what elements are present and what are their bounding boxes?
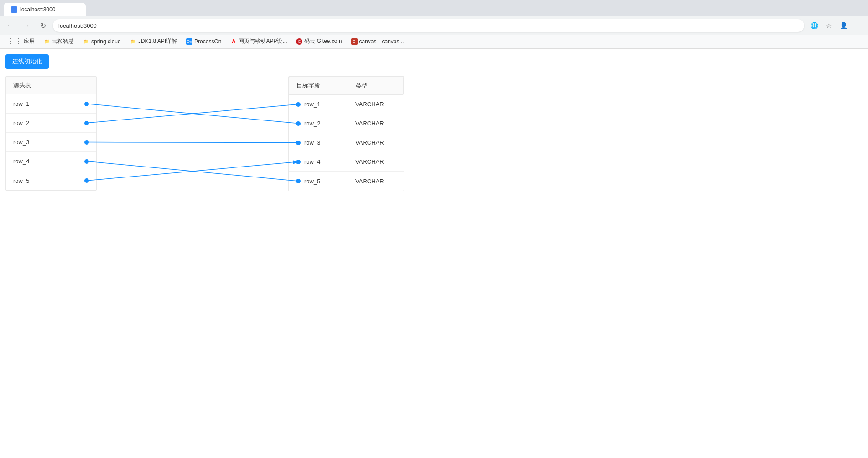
- mapping-area: 源头表 row_1 row_2 row_3 row_4 row_5: [5, 76, 863, 191]
- target-row-4: row_5 VARCHAR: [289, 172, 404, 191]
- browser-actions: 🌐 ☆ 👤 ⋮: [808, 19, 864, 32]
- reload-button[interactable]: ↻: [36, 19, 49, 32]
- source-row-0: row_1: [6, 94, 96, 114]
- target-type-header: 类型: [348, 77, 403, 94]
- target-field-label-1: row_2: [304, 120, 320, 127]
- svg-line-2: [87, 104, 298, 123]
- bookmark-gitee[interactable]: G 码云 Gitee.com: [292, 36, 345, 47]
- address-bar[interactable]: [53, 19, 804, 32]
- folder-icon-yunli: 📁: [44, 38, 50, 45]
- init-button[interactable]: 连线初始化: [5, 54, 49, 69]
- target-field-cell-3: row_4: [289, 152, 348, 171]
- canvas-icon: C: [351, 38, 358, 45]
- target-field-label-3: row_4: [304, 158, 320, 165]
- tab-favicon: [11, 6, 17, 13]
- bookmark-apps[interactable]: ⋮⋮ 应用: [4, 36, 38, 47]
- svg-line-4: [87, 161, 298, 182]
- source-row-label-1: row_2: [13, 120, 29, 126]
- bookmark-processon-label: ProcessOn: [194, 38, 221, 45]
- browser-tab[interactable]: localhost:3000: [4, 3, 86, 16]
- browser-chrome: localhost:3000 ← → ↻ 🌐 ☆ 👤 ⋮ ⋮⋮ 应用 📁 云粒智…: [0, 0, 868, 49]
- target-dot-2[interactable]: [296, 141, 301, 145]
- folder-icon-spring: 📁: [83, 38, 89, 45]
- profile-button[interactable]: 👤: [837, 19, 850, 32]
- target-table-header: 目标字段 类型: [289, 77, 404, 95]
- target-field-cell-1: row_2: [289, 114, 348, 133]
- target-row-1: row_2 VARCHAR: [289, 114, 404, 133]
- target-type-cell-4: VARCHAR: [348, 178, 403, 185]
- browser-toolbar: ← → ↻ 🌐 ☆ 👤 ⋮: [0, 16, 868, 35]
- bookmark-processon[interactable]: On ProcessOn: [182, 37, 225, 46]
- bookmark-springcloud-label: spring cloud: [91, 38, 121, 45]
- source-dot-0[interactable]: [84, 102, 89, 106]
- bookmark-canvas-label: canvas---canvas...: [359, 38, 404, 45]
- source-table: 源头表 row_1 row_2 row_3 row_4 row_5: [5, 76, 97, 191]
- target-field-cell-0: row_1: [289, 95, 348, 114]
- back-button[interactable]: ←: [4, 19, 16, 32]
- bookmark-jdk-label: JDK1.8 API详解: [138, 37, 177, 45]
- bookmark-jdk[interactable]: 📁 JDK1.8 API详解: [126, 36, 181, 47]
- svg-line-1: [87, 104, 298, 124]
- tab-title: localhost:3000: [20, 6, 55, 13]
- target-section: 目标字段 类型 row_1 VARCHAR row_2 VARCHAR: [288, 76, 404, 191]
- target-type-cell-1: VARCHAR: [348, 120, 403, 127]
- source-row-2: row_3: [6, 133, 96, 152]
- folder-icon-jdk: 📁: [130, 38, 136, 45]
- target-field-header: 目标字段: [289, 77, 348, 94]
- source-row-label-4: row_5: [13, 177, 29, 184]
- source-row-label-3: row_4: [13, 158, 29, 165]
- source-table-header: 源头表: [6, 77, 96, 94]
- source-row-label-2: row_3: [13, 139, 29, 146]
- page-content: 连线初始化 源头表 row_1 row_2 row_3 row_4 row_5: [0, 49, 868, 197]
- processon-icon: On: [186, 38, 192, 45]
- source-row-1: row_2: [6, 114, 96, 133]
- source-dot-4[interactable]: [84, 178, 89, 183]
- target-row-2: row_3 VARCHAR: [289, 133, 404, 152]
- target-field-label-4: row_5: [304, 178, 320, 185]
- source-row-4: row_5: [6, 171, 96, 190]
- target-field-label-0: row_1: [304, 101, 320, 108]
- source-dot-3[interactable]: [84, 159, 89, 164]
- target-dot-3[interactable]: [296, 160, 301, 164]
- target-dot-1[interactable]: [296, 121, 301, 126]
- source-dot-1[interactable]: [84, 121, 89, 125]
- menu-button[interactable]: ⋮: [852, 19, 864, 32]
- target-table: 目标字段 类型 row_1 VARCHAR row_2 VARCHAR: [288, 76, 404, 191]
- target-type-cell-3: VARCHAR: [348, 158, 403, 165]
- bookmark-gitee-label: 码云 Gitee.com: [304, 37, 342, 45]
- svg-line-3: [87, 142, 298, 143]
- target-row-3: row_4 VARCHAR: [289, 152, 404, 172]
- gitee-icon: G: [296, 38, 302, 45]
- bookmark-springcloud[interactable]: 📁 spring cloud: [79, 37, 125, 46]
- svg-line-5: [87, 162, 298, 181]
- adobe-icon: A: [230, 38, 237, 45]
- target-field-cell-2: row_3: [289, 133, 348, 152]
- target-dot-4[interactable]: [296, 179, 301, 183]
- bookmark-yunli[interactable]: 📁 云粒智慧: [40, 36, 78, 47]
- source-row-label-0: row_1: [13, 100, 29, 107]
- bookmarks-bar: ⋮⋮ 应用 📁 云粒智慧 📁 spring cloud 📁 JDK1.8 API…: [0, 35, 868, 48]
- browser-tabs: localhost:3000: [0, 0, 868, 16]
- forward-button[interactable]: →: [20, 19, 33, 32]
- bookmark-adobe-label: 网页与移动APP设...: [239, 37, 287, 45]
- target-row-0: row_1 VARCHAR: [289, 95, 404, 114]
- target-type-cell-2: VARCHAR: [348, 139, 403, 146]
- bookmark-adobe[interactable]: A 网页与移动APP设...: [227, 36, 291, 47]
- bookmark-yunli-label: 云粒智慧: [52, 37, 74, 45]
- bookmark-apps-label: 应用: [24, 37, 35, 45]
- target-field-cell-4: row_5: [289, 172, 348, 191]
- source-row-3: row_4: [6, 152, 96, 171]
- translate-button[interactable]: 🌐: [808, 19, 821, 32]
- target-field-label-2: row_3: [304, 139, 320, 146]
- target-dot-0[interactable]: [296, 102, 301, 107]
- source-dot-2[interactable]: [84, 140, 89, 145]
- bookmark-button[interactable]: ☆: [822, 19, 835, 32]
- apps-icon: ⋮⋮: [7, 37, 22, 46]
- target-type-cell-0: VARCHAR: [348, 101, 403, 108]
- bookmark-canvas[interactable]: C canvas---canvas...: [348, 37, 408, 46]
- connection-canvas: [5, 76, 863, 191]
